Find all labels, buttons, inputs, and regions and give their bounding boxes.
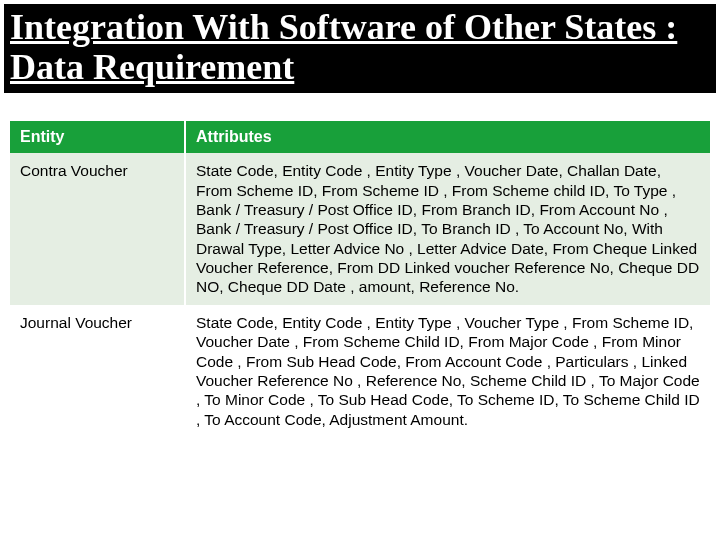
col-header-attributes: Attributes: [185, 121, 710, 153]
table-row: Journal Voucher State Code, Entity Code …: [10, 305, 710, 437]
col-header-entity: Entity: [10, 121, 185, 153]
cell-entity: Journal Voucher: [10, 305, 185, 437]
cell-attributes: State Code, Entity Code , Entity Type , …: [185, 153, 710, 305]
table-row: Contra Voucher State Code, Entity Code ,…: [10, 153, 710, 305]
cell-attributes: State Code, Entity Code , Entity Type , …: [185, 305, 710, 437]
page-title: Integration With Software of Other State…: [10, 8, 706, 87]
table-header-row: Entity Attributes: [10, 121, 710, 153]
cell-entity: Contra Voucher: [10, 153, 185, 305]
title-band: Integration With Software of Other State…: [4, 4, 716, 93]
data-table: Entity Attributes Contra Voucher State C…: [10, 121, 710, 437]
